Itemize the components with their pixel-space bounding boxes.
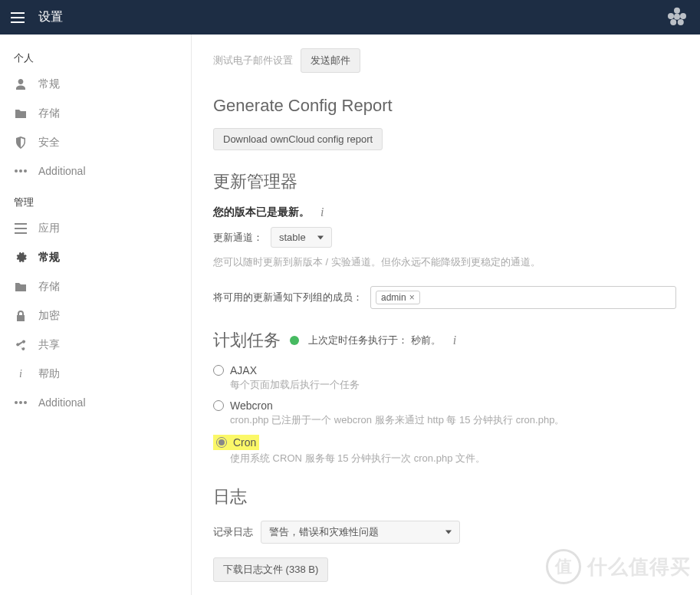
sidebar-item-sharing[interactable]: 共享 <box>0 330 191 360</box>
user-icon <box>14 78 28 90</box>
gear-icon <box>14 251 28 264</box>
cron-lastrun: 上次定时任务执行于： 秒前。 <box>308 334 441 347</box>
owncloud-logo-icon <box>665 4 689 31</box>
radio-label: Cron <box>233 436 256 449</box>
layout: 个人 常规 存储 安全 Additional 管理 应用 常规 存储 <box>0 35 700 595</box>
email-test-label: 测试电子邮件设置 <box>213 54 293 67</box>
sidebar-item-label: 常规 <box>38 77 60 91</box>
svg-point-4 <box>678 19 684 25</box>
menu-icon[interactable] <box>11 12 25 23</box>
sidebar-item-label: 共享 <box>38 338 60 352</box>
info-icon[interactable]: i <box>317 205 327 219</box>
info-icon[interactable]: i <box>450 334 459 347</box>
notify-group-input[interactable]: admin × <box>370 286 676 309</box>
config-report-title: Generate Config Report <box>213 96 676 116</box>
radio-icon[interactable] <box>216 437 227 448</box>
shield-icon <box>14 136 28 149</box>
remove-tag-icon[interactable]: × <box>409 292 415 303</box>
updater-title: 更新管理器 <box>213 170 676 193</box>
topbar-left: 设置 <box>11 9 63 25</box>
radio-label: AJAX <box>230 364 257 376</box>
cron-cron-desc: 使用系统 CRON 服务每 15 分钟执行一次 cron.php 文件。 <box>230 452 676 465</box>
svg-point-10 <box>19 401 22 404</box>
sidebar-item-label: 常规 <box>38 251 60 265</box>
sidebar-item-label: 帮助 <box>38 367 60 381</box>
log-level-select[interactable]: 警告，错误和灾难性问题 <box>261 521 460 544</box>
radio-label: Webcron <box>230 399 273 412</box>
dots-icon <box>14 401 28 404</box>
radio-icon[interactable] <box>213 400 224 411</box>
sidebar-item-label: 安全 <box>38 136 60 150</box>
channel-select[interactable]: stable <box>271 227 332 248</box>
sidebar-item-label: 应用 <box>38 222 60 235</box>
sidebar-item-label: 存储 <box>38 280 60 294</box>
svg-point-0 <box>674 8 680 14</box>
sidebar-item-label: 加密 <box>38 309 60 323</box>
svg-point-1 <box>668 13 674 19</box>
sidebar-item-storage-admin[interactable]: 存储 <box>0 272 191 301</box>
sidebar-section-personal: 个人 <box>0 41 191 70</box>
channel-label: 更新通道： <box>213 231 263 245</box>
cron-option-cron[interactable]: Cron <box>213 435 676 450</box>
radio-icon[interactable] <box>213 365 224 376</box>
sidebar-section-admin: 管理 <box>0 185 191 214</box>
log-download-row: 下载日志文件 (338 B) <box>213 557 676 582</box>
dots-icon <box>14 169 28 173</box>
svg-point-3 <box>670 19 676 25</box>
lock-icon <box>14 310 28 322</box>
topbar: 设置 <box>0 0 700 35</box>
cron-webcron-desc: cron.php 已注册于一个 webcron 服务来通过 http 每 15 … <box>230 413 676 427</box>
sidebar: 个人 常规 存储 安全 Additional 管理 应用 常规 存储 <box>0 35 192 595</box>
download-config-button[interactable]: Download ownCloud config report <box>213 128 383 150</box>
log-title: 日志 <box>213 485 676 508</box>
download-log-button[interactable]: 下载日志文件 (338 B) <box>213 557 328 582</box>
log-level-row: 记录日志 警告，错误和灾难性问题 <box>213 521 676 544</box>
updater-hint: 您可以随时更新到新版本 / 实验通道。但你永远不能降级到更稳定的通道。 <box>213 255 676 269</box>
svg-point-7 <box>19 169 22 173</box>
updater-channel-row: 更新通道： stable <box>213 227 676 248</box>
svg-point-8 <box>24 169 27 173</box>
share-icon <box>14 339 28 351</box>
notify-label: 将可用的更新通知下列组的成员： <box>213 291 363 304</box>
list-icon <box>14 223 28 234</box>
folder-icon <box>14 108 28 119</box>
cron-option-ajax[interactable]: AJAX <box>213 364 676 376</box>
sidebar-item-apps[interactable]: 应用 <box>0 214 191 243</box>
svg-point-2 <box>680 13 686 19</box>
sidebar-item-encryption[interactable]: 加密 <box>0 301 191 330</box>
log-level-label: 记录日志 <box>213 525 253 539</box>
cron-title: 计划任务 <box>213 329 281 352</box>
svg-point-6 <box>15 169 18 173</box>
sidebar-item-general-personal[interactable]: 常规 <box>0 70 191 99</box>
info-icon: i <box>14 368 28 380</box>
updater-status-row: 您的版本已是最新。 i <box>213 205 676 219</box>
svg-point-11 <box>24 401 27 404</box>
status-dot-icon <box>290 336 299 345</box>
svg-point-5 <box>674 14 680 20</box>
sidebar-item-additional-admin[interactable]: Additional <box>0 389 191 416</box>
sidebar-item-label: 存储 <box>38 107 60 120</box>
page-title: 设置 <box>38 9 63 25</box>
send-email-button[interactable]: 发送邮件 <box>301 48 360 73</box>
cron-title-row: 计划任务 上次定时任务执行于： 秒前。 i <box>213 329 676 352</box>
sidebar-item-general-admin[interactable]: 常规 <box>0 243 191 272</box>
sidebar-item-label: Additional <box>38 165 86 177</box>
sidebar-item-additional-personal[interactable]: Additional <box>0 157 191 185</box>
email-test-row: 测试电子邮件设置 发送邮件 <box>213 48 676 73</box>
updater-status: 您的版本已是最新。 <box>213 205 310 219</box>
sidebar-item-help[interactable]: i 帮助 <box>0 360 191 389</box>
group-tag: admin × <box>376 291 420 304</box>
sidebar-item-security[interactable]: 安全 <box>0 128 191 157</box>
notify-row: 将可用的更新通知下列组的成员： admin × <box>213 286 676 309</box>
sidebar-item-storage-personal[interactable]: 存储 <box>0 99 191 128</box>
cron-ajax-desc: 每个页面加载后执行一个任务 <box>230 378 676 392</box>
folder-icon <box>14 281 28 292</box>
main-content: 测试电子邮件设置 发送邮件 Generate Config Report Dow… <box>192 35 698 595</box>
sidebar-item-label: Additional <box>38 396 86 409</box>
cron-option-webcron[interactable]: Webcron <box>213 399 676 412</box>
svg-point-9 <box>15 401 18 404</box>
